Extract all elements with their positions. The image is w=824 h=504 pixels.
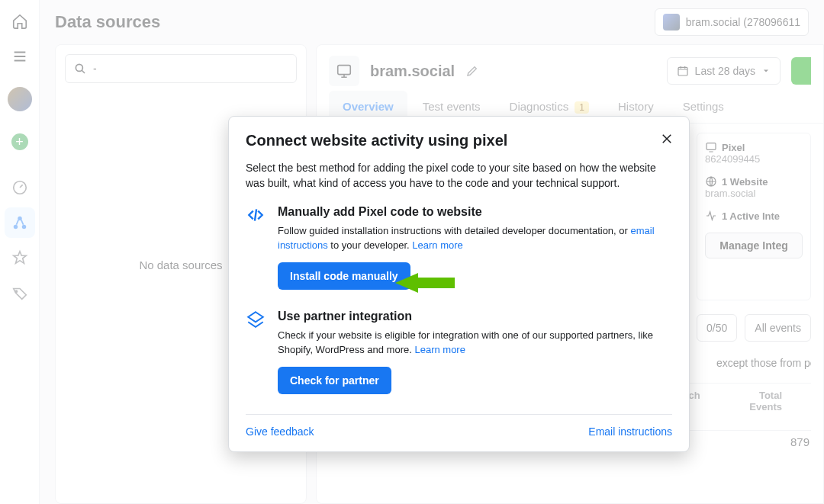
method-partner-text: Check if your website is eligible for in… <box>278 328 672 358</box>
connect-pixel-modal: Connect website activity using pixel Sel… <box>228 116 690 452</box>
partner-integration-icon <box>246 310 267 394</box>
method-manual-title: Manually add Pixel code to website <box>278 205 672 219</box>
method-partner-title: Use partner integration <box>278 310 672 323</box>
email-instructions-footer-link[interactable]: Email instructions <box>588 425 672 438</box>
learn-more-partner-link[interactable]: Learn more <box>414 344 465 355</box>
check-for-partner-button[interactable]: Check for partner <box>278 367 391 394</box>
modal-title: Connect website activity using pixel <box>246 132 672 149</box>
install-code-manually-button[interactable]: Install code manually <box>278 262 410 290</box>
give-feedback-link[interactable]: Give feedback <box>246 425 314 438</box>
modal-footer: Give feedback Email instructions <box>246 414 672 438</box>
code-brackets-icon <box>246 205 267 290</box>
modal-description: Select the best method for adding the pi… <box>246 160 672 191</box>
modal-close-button[interactable] <box>655 127 678 150</box>
method-manual-text: Follow guided installation instructions … <box>278 223 672 253</box>
learn-more-manual-link[interactable]: Learn more <box>412 239 462 251</box>
method-manual: Manually add Pixel code to website Follo… <box>246 205 672 290</box>
annotation-arrow-icon <box>395 270 455 296</box>
close-icon <box>660 132 674 146</box>
method-partner: Use partner integration Check if your we… <box>246 310 672 394</box>
svg-marker-10 <box>395 273 455 293</box>
